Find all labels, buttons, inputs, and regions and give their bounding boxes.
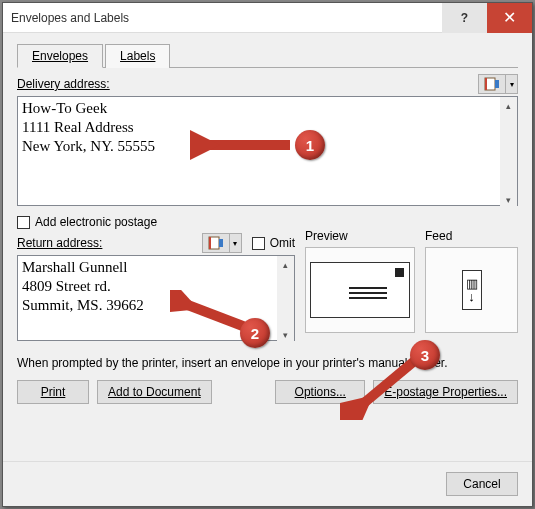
add-to-document-button[interactable]: Add to Document [97,380,212,404]
dialog-footer: Cancel [3,461,532,506]
dialog-body: Envelopes Labels Delivery address: ▾ ▴ ▾… [3,33,532,414]
tab-labels[interactable]: Labels [105,44,170,68]
svg-rect-2 [495,80,499,88]
scroll-down-icon[interactable]: ▾ [500,191,517,208]
svg-rect-1 [485,78,487,90]
envelope-icon [310,262,410,318]
svg-rect-4 [209,237,211,249]
preview-label: Preview [305,229,415,243]
annotation-badge-1: 1 [295,130,325,160]
epostage-properties-button[interactable]: E-postage Properties... [373,380,518,404]
dialog-title: Envelopes and Labels [3,11,442,25]
delivery-address-label: Delivery address: [17,77,474,91]
scroll-track[interactable] [500,114,517,191]
omit-checkbox[interactable] [252,237,265,250]
cancel-button[interactable]: Cancel [446,472,518,496]
feed-icon: ▥ ↓ [462,270,482,310]
scroll-track[interactable] [277,273,294,326]
return-address-label: Return address: [17,236,198,250]
address-book-button-delivery[interactable] [478,74,506,94]
scroll-down-icon[interactable]: ▾ [277,326,294,343]
omit-label: Omit [270,236,295,250]
annotation-badge-3: 3 [410,340,440,370]
address-book-icon [484,77,500,91]
tabstrip: Envelopes Labels [17,43,518,68]
print-button[interactable]: Print [17,380,89,404]
feed-label: Feed [425,229,518,243]
close-button[interactable]: ✕ [487,3,532,33]
envelopes-labels-dialog: Envelopes and Labels ? ✕ Envelopes Label… [2,2,533,507]
preview-box[interactable] [305,247,415,333]
tab-envelopes[interactable]: Envelopes [17,44,103,68]
return-scrollbar[interactable]: ▴ ▾ [277,256,294,343]
feed-box[interactable]: ▥ ↓ [425,247,518,333]
titlebar: Envelopes and Labels ? ✕ [3,3,532,33]
svg-rect-5 [219,239,223,247]
address-book-dropdown-return[interactable]: ▾ [230,233,242,253]
electronic-postage-checkbox[interactable] [17,216,30,229]
address-book-icon [208,236,224,250]
scroll-up-icon[interactable]: ▴ [500,97,517,114]
electronic-postage-label: Add electronic postage [35,215,157,229]
address-book-button-return[interactable] [202,233,230,253]
delivery-scrollbar[interactable]: ▴ ▾ [500,97,517,208]
scroll-up-icon[interactable]: ▴ [277,256,294,273]
address-book-dropdown-delivery[interactable]: ▾ [506,74,518,94]
annotation-badge-2: 2 [240,318,270,348]
options-button[interactable]: Options... [275,380,365,404]
delivery-address-input[interactable] [17,96,518,206]
printer-hint: When prompted by the printer, insert an … [17,356,518,370]
help-button[interactable]: ? [442,3,487,33]
